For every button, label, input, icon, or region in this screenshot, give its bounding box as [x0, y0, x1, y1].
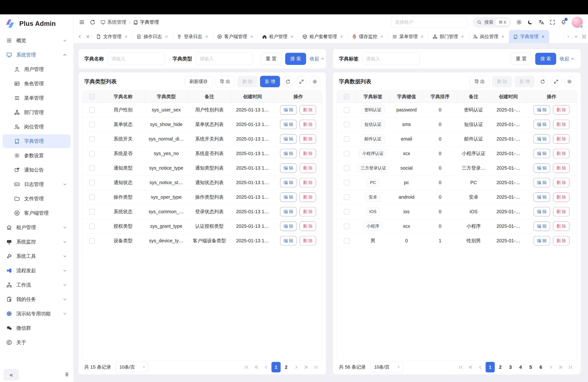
sidebar-item-工作流[interactable]: 工作流 — [3, 278, 71, 292]
sidebar-item-参数设置[interactable]: 参数设置 — [3, 149, 71, 162]
sidebar-item-部门管理[interactable]: 部门管理 — [3, 106, 71, 119]
edit-button[interactable]: 编 辑 — [534, 222, 550, 231]
refresh-table-button[interactable] — [537, 76, 548, 87]
expand-table-button[interactable] — [296, 76, 307, 87]
新增-button[interactable]: 新 增 — [515, 76, 535, 87]
delete-button[interactable]: 删 除 — [299, 120, 316, 129]
sidebar-item-演示站专用功能[interactable]: 演示站专用功能 — [3, 307, 71, 320]
close-tab-icon[interactable] — [541, 35, 545, 39]
delete-button[interactable]: 删 除 — [299, 149, 316, 158]
tab-缓存监控[interactable]: redis缓存监控 — [348, 30, 388, 43]
字典标签-input[interactable]: 请输入 — [362, 53, 420, 65]
sidebar-item-通知公告[interactable]: 通知公告 — [3, 163, 71, 177]
edit-button[interactable]: 编 辑 — [534, 105, 550, 115]
last-page-button[interactable] — [566, 362, 575, 372]
sidebar-item-系统管理[interactable]: 系统管理 — [3, 48, 71, 62]
sidebar-collapse-button[interactable]: « — [4, 369, 19, 381]
sidebar-item-微信群[interactable]: 微信群 — [3, 321, 71, 335]
delete-button[interactable]: 删 除 — [299, 134, 316, 144]
app-logo[interactable]: Plus Admin — [0, 14, 73, 33]
刷新缓存-button[interactable]: 刷新缓存 — [185, 76, 212, 87]
edit-button[interactable]: 编 辑 — [534, 236, 550, 245]
close-tab-icon[interactable] — [420, 35, 424, 39]
delete-button[interactable]: 删 除 — [299, 163, 316, 173]
sidebar-item-概览[interactable]: 概览 — [3, 34, 71, 47]
delete-button[interactable]: 删 除 — [299, 105, 316, 115]
sidebar-item-关于[interactable]: 关于 — [3, 336, 71, 349]
row-checkbox[interactable] — [89, 209, 95, 214]
breadcrumb-item[interactable]: 系统管理 — [101, 19, 126, 25]
edit-button[interactable]: 编 辑 — [534, 149, 550, 158]
edit-button[interactable]: 编 辑 — [280, 178, 297, 187]
page-1-button[interactable]: 1 — [272, 362, 281, 372]
row-checkbox[interactable] — [344, 136, 349, 142]
menu-toggle-icon[interactable] — [79, 19, 85, 25]
row-checkbox[interactable] — [89, 136, 95, 142]
edit-button[interactable]: 编 辑 — [534, 178, 550, 187]
删除-button[interactable]: 删 除 — [237, 76, 257, 87]
edit-button[interactable]: 编 辑 — [534, 192, 550, 202]
first-page-button[interactable] — [456, 362, 465, 372]
table-settings-button[interactable] — [309, 76, 320, 87]
search-button[interactable]: 搜 索 — [285, 53, 306, 65]
tab-租户管理[interactable]: 租户管理 — [258, 30, 298, 43]
prev-pages-button[interactable] — [252, 362, 261, 372]
prev-page-button[interactable] — [476, 362, 485, 372]
delete-button[interactable]: 删 除 — [553, 163, 569, 173]
tab-文件管理[interactable]: 文件管理 — [92, 30, 132, 43]
delete-button[interactable]: 删 除 — [553, 134, 569, 144]
table-settings-button[interactable] — [564, 76, 575, 87]
user-avatar[interactable] — [572, 17, 583, 28]
fullscreen-icon[interactable] — [549, 19, 555, 25]
tabs-scroll-right-button[interactable] — [564, 30, 572, 43]
row-checkbox[interactable] — [344, 209, 349, 214]
sidebar-item-流程发起[interactable]: 流程发起 — [3, 264, 71, 277]
prev-pages-button[interactable] — [466, 362, 475, 372]
first-page-button[interactable] — [242, 362, 251, 372]
close-tab-icon[interactable] — [461, 35, 464, 39]
tab-字典管理[interactable]: 字典管理 — [509, 30, 549, 43]
close-tab-icon[interactable] — [165, 35, 168, 39]
next-pages-button[interactable] — [301, 362, 310, 372]
row-checkbox[interactable] — [344, 224, 349, 229]
row-checkbox[interactable] — [344, 165, 349, 171]
row-checkbox[interactable] — [344, 107, 349, 113]
tab-岗位管理[interactable]: 岗位管理 — [469, 30, 509, 43]
导出-button[interactable]: 导 出 — [470, 76, 490, 87]
sidebar-item-系统监控[interactable]: 系统监控 — [3, 235, 71, 249]
delete-button[interactable]: 删 除 — [299, 207, 316, 216]
sidebar-item-客户端管理[interactable]: 客户端管理 — [3, 206, 71, 220]
row-checkbox[interactable] — [89, 107, 95, 113]
collapse-search-link[interactable]: 收起 — [560, 56, 575, 62]
delete-button[interactable]: 删 除 — [299, 236, 316, 245]
sidebar-item-日志管理[interactable]: DEV日志管理 — [3, 177, 71, 191]
row-checkbox[interactable] — [89, 224, 95, 229]
导出-button[interactable]: 导 出 — [215, 76, 235, 87]
close-tab-icon[interactable] — [339, 35, 343, 39]
notifications-button[interactable] — [561, 19, 567, 25]
tab-overflow-close-icon[interactable] — [84, 30, 92, 43]
select-all-checkbox[interactable] — [344, 94, 349, 100]
sidebar-item-角色管理[interactable]: 角色管理 — [3, 77, 71, 90]
edit-button[interactable]: 编 辑 — [280, 134, 297, 144]
sidebar-item-岗位管理[interactable]: 岗位管理 — [3, 120, 71, 134]
tab-租户套餐管理[interactable]: 租户套餐管理 — [298, 30, 348, 43]
edit-button[interactable]: 编 辑 — [280, 163, 297, 173]
row-checkbox[interactable] — [89, 122, 95, 127]
edit-button[interactable]: 编 辑 — [534, 134, 550, 144]
delete-button[interactable]: 删 除 — [553, 236, 569, 245]
sidebar-item-系统工具[interactable]: 系统工具 — [3, 249, 71, 263]
pin-sidebar-icon[interactable] — [64, 372, 70, 378]
edit-button[interactable]: 编 辑 — [534, 120, 550, 129]
page-4-button[interactable]: 4 — [516, 362, 525, 372]
edit-button[interactable]: 编 辑 — [280, 236, 297, 245]
settings-icon[interactable] — [516, 19, 522, 25]
row-checkbox[interactable] — [89, 180, 95, 186]
delete-button[interactable]: 删 除 — [299, 178, 316, 187]
tab-菜单管理[interactable]: 菜单管理 — [388, 30, 428, 43]
dark-mode-icon[interactable] — [527, 19, 533, 25]
delete-button[interactable]: 删 除 — [553, 192, 569, 202]
edit-button[interactable]: 编 辑 — [280, 105, 297, 115]
row-checkbox[interactable] — [344, 122, 349, 127]
close-tab-icon[interactable] — [124, 35, 128, 39]
